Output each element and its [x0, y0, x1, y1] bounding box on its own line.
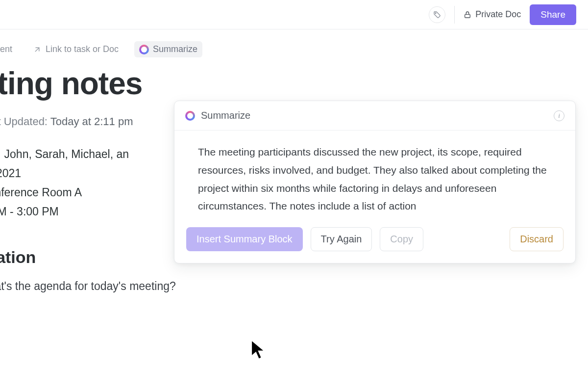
participants-prefix: nts: — [0, 148, 1, 160]
try-again-button[interactable]: Try Again — [311, 227, 372, 251]
ai-icon — [185, 111, 195, 121]
link-icon — [33, 45, 42, 54]
summarize-popover: Summarize i The meeting participants dis… — [174, 101, 576, 263]
mouse-cursor — [250, 339, 268, 364]
privacy-toggle[interactable]: Private Doc — [464, 9, 521, 20]
link-tool[interactable]: Link to task or Doc — [28, 41, 123, 57]
summarize-tool[interactable]: Summarize — [134, 41, 202, 57]
tag-icon — [433, 11, 441, 19]
popover-title: Summarize — [201, 110, 250, 121]
privacy-label: Private Doc — [475, 9, 521, 20]
conversation-line: what's the agenda for today's meeting? — [0, 280, 588, 293]
summarize-tool-label: Summarize — [153, 44, 197, 54]
ai-icon — [139, 45, 149, 54]
last-updated-value: Today at 2:11 pm — [50, 115, 133, 128]
link-tool-label: Link to task or Doc — [46, 44, 119, 54]
participants-value: John, Sarah, Michael, an — [4, 148, 129, 160]
tag-icon-button[interactable] — [429, 6, 445, 23]
info-icon[interactable]: i — [554, 110, 564, 121]
copy-button[interactable]: Copy — [380, 227, 423, 251]
svg-point-0 — [435, 13, 436, 14]
divider — [454, 6, 455, 24]
svg-rect-1 — [465, 14, 470, 18]
comment-tool[interactable]: mment — [0, 41, 17, 57]
discard-button[interactable]: Discard — [510, 227, 564, 251]
top-bar: Private Doc Share — [0, 0, 588, 29]
lock-icon — [464, 11, 471, 19]
last-updated-prefix: Last Updated: — [0, 115, 48, 128]
popover-header: Summarize i — [174, 101, 575, 131]
popover-actions: Insert Summary Block Try Again Copy Disc… — [174, 220, 575, 263]
page-title: eting notes — [0, 65, 588, 102]
share-button[interactable]: Share — [530, 4, 576, 25]
comment-tool-label: mment — [0, 44, 12, 54]
insert-summary-button[interactable]: Insert Summary Block — [186, 227, 303, 251]
doc-toolbar: mment Link to task or Doc Summarize — [0, 29, 588, 63]
summary-text: The meeting participants discussed the n… — [174, 131, 575, 220]
